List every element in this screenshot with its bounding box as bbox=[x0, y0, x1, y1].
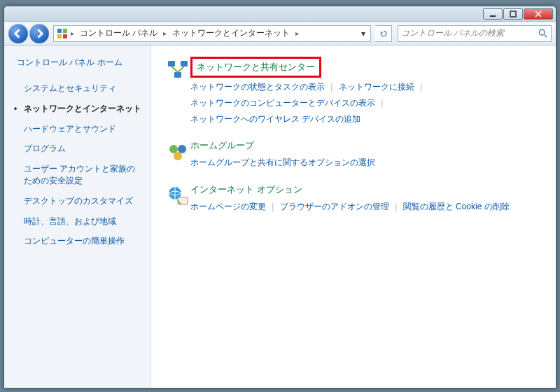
link-delete-history-cookies[interactable]: 閲覧の履歴と Cookie の削除 bbox=[403, 202, 510, 211]
search-placeholder: コントロール パネルの検索 bbox=[401, 27, 538, 39]
link-homegroup-sharing-options[interactable]: ホームグループと共有に関するオプションの選択 bbox=[190, 158, 375, 167]
svg-rect-9 bbox=[181, 61, 188, 66]
forward-arrow-icon bbox=[34, 29, 44, 38]
back-button[interactable] bbox=[8, 24, 28, 43]
section-homegroup: ホームグループ ホームグループと共有に関するオプションの選択 bbox=[165, 139, 542, 171]
sidebar-item-programs[interactable]: プログラム bbox=[11, 139, 144, 159]
link-network-sharing-center[interactable]: ネットワークと共有センター bbox=[190, 57, 321, 78]
refresh-button[interactable] bbox=[375, 25, 392, 42]
chevron-right-icon: ▸ bbox=[294, 29, 300, 37]
minimize-button[interactable] bbox=[483, 8, 503, 20]
back-arrow-icon bbox=[13, 29, 23, 38]
sidebar-item-system-security[interactable]: システムとセキュリティ bbox=[11, 78, 144, 99]
breadcrumb-segment[interactable]: コントロール パネル bbox=[77, 27, 160, 39]
svg-rect-10 bbox=[174, 72, 181, 78]
link-homegroup[interactable]: ホームグループ bbox=[190, 139, 542, 152]
search-input[interactable]: コントロール パネルの検索 bbox=[398, 25, 552, 42]
svg-rect-3 bbox=[63, 29, 67, 33]
content-area: コントロール パネル ホーム システムとセキュリティ ネットワークとインターネッ… bbox=[4, 46, 556, 388]
chevron-down-icon[interactable]: ▾ bbox=[359, 29, 368, 38]
link-add-wireless-device[interactable]: ネットワークへのワイヤレス デバイスの追加 bbox=[190, 114, 360, 124]
sidebar-item-hardware-sound[interactable]: ハードウェアとサウンド bbox=[11, 119, 144, 139]
svg-rect-0 bbox=[490, 15, 496, 17]
network-sharing-icon bbox=[165, 57, 190, 127]
control-panel-window: ▸ コントロール パネル ▸ ネットワークとインターネット ▸ ▾ コントロール… bbox=[4, 6, 556, 388]
sidebar-item-ease-of-access[interactable]: コンピューターの簡単操作 bbox=[11, 231, 144, 251]
maximize-icon bbox=[510, 10, 517, 18]
link-manage-addons[interactable]: ブラウザーのアドオンの管理 bbox=[280, 202, 389, 211]
svg-point-12 bbox=[178, 145, 186, 153]
sidebar-item-user-accounts[interactable]: ユーザー アカウントと家族のための安全設定 bbox=[11, 159, 144, 191]
close-button[interactable] bbox=[524, 8, 553, 20]
link-connect-network[interactable]: ネットワークに接続 bbox=[339, 82, 414, 92]
section-network-sharing: ネットワークと共有センター ネットワークの状態とタスクの表示 | ネットワークに… bbox=[165, 57, 542, 127]
sidebar-item-appearance[interactable]: デスクトップのカスタマイズ bbox=[11, 191, 144, 211]
sidebar-item-clock-language[interactable]: 時計、言語、および地域 bbox=[11, 211, 144, 232]
svg-rect-5 bbox=[63, 34, 67, 38]
link-change-homepage[interactable]: ホームページの変更 bbox=[190, 202, 266, 211]
maximize-button[interactable] bbox=[503, 8, 523, 20]
svg-point-13 bbox=[174, 152, 182, 160]
control-panel-icon bbox=[57, 28, 68, 39]
sidebar-item-network-internet[interactable]: ネットワークとインターネット bbox=[11, 99, 144, 119]
sidebar-home-link[interactable]: コントロール パネル ホーム bbox=[11, 57, 144, 69]
internet-options-icon bbox=[165, 183, 190, 215]
titlebar bbox=[4, 6, 556, 22]
main-panel: ネットワークと共有センター ネットワークの状態とタスクの表示 | ネットワークに… bbox=[151, 46, 556, 388]
sidebar: コントロール パネル ホーム システムとセキュリティ ネットワークとインターネッ… bbox=[4, 46, 151, 388]
homegroup-icon bbox=[165, 139, 190, 171]
breadcrumb[interactable]: ▸ コントロール パネル ▸ ネットワークとインターネット ▸ ▾ bbox=[53, 25, 371, 42]
svg-rect-2 bbox=[57, 29, 62, 33]
svg-rect-4 bbox=[57, 34, 62, 38]
navbar: ▸ コントロール パネル ▸ ネットワークとインターネット ▸ ▾ コントロール… bbox=[4, 22, 556, 46]
minimize-icon bbox=[489, 10, 496, 18]
link-view-network-status[interactable]: ネットワークの状態とタスクの表示 bbox=[190, 82, 325, 92]
chevron-right-icon: ▸ bbox=[162, 29, 168, 37]
svg-point-6 bbox=[539, 29, 545, 35]
forward-button[interactable] bbox=[29, 24, 49, 43]
link-view-network-devices[interactable]: ネットワークのコンピューターとデバイスの表示 bbox=[190, 98, 375, 108]
svg-rect-1 bbox=[510, 11, 516, 17]
chevron-right-icon: ▸ bbox=[69, 29, 76, 37]
breadcrumb-segment[interactable]: ネットワークとインターネット bbox=[169, 27, 293, 39]
svg-rect-8 bbox=[168, 61, 175, 66]
close-icon bbox=[535, 10, 542, 18]
refresh-icon bbox=[379, 29, 388, 38]
search-icon bbox=[538, 29, 548, 38]
svg-point-11 bbox=[169, 145, 178, 153]
link-internet-options[interactable]: インターネット オプション bbox=[190, 183, 542, 196]
section-internet-options: インターネット オプション ホームページの変更 | ブラウザーのアドオンの管理 … bbox=[165, 183, 542, 215]
svg-line-7 bbox=[545, 34, 547, 37]
